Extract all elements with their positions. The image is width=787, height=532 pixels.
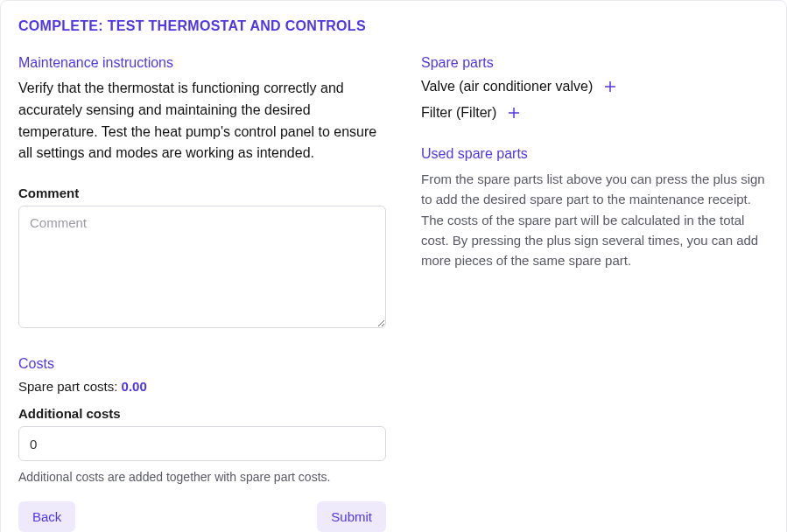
plus-icon [506, 105, 522, 121]
spare-part-item: Filter (Filter) [421, 104, 769, 122]
plus-icon [602, 79, 618, 94]
additional-costs-input[interactable] [18, 426, 386, 461]
add-spare-part-button[interactable] [601, 78, 619, 95]
maintenance-complete-card: COMPLETE: TEST THERMOSTAT AND CONTROLS M… [0, 0, 787, 532]
comment-input[interactable] [18, 206, 386, 328]
spare-part-costs-line: Spare part costs: 0.00 [18, 379, 386, 394]
spare-part-costs-value: 0.00 [122, 379, 147, 394]
spare-part-costs-label: Spare part costs: [18, 379, 122, 394]
spare-part-label: Valve (air conditioner valve) [421, 79, 593, 94]
right-column: Spare parts Valve (air conditioner valve… [421, 55, 769, 532]
instructions-body: Verify that the thermostat is functionin… [18, 78, 386, 164]
spare-part-item: Valve (air conditioner valve) [421, 78, 769, 95]
used-spare-parts-title: Used spare parts [421, 146, 769, 162]
additional-costs-help: Additional costs are added together with… [18, 470, 386, 484]
button-row: Back Submit [18, 501, 386, 532]
spare-parts-list: Valve (air conditioner valve) Filter (Fi… [421, 78, 769, 122]
add-spare-part-button[interactable] [505, 104, 523, 122]
additional-costs-label: Additional costs [18, 406, 386, 421]
used-spare-parts-description: From the spare parts list above you can … [421, 169, 769, 270]
comment-label: Comment [18, 186, 386, 200]
spare-parts-title: Spare parts [421, 55, 769, 71]
spare-part-label: Filter (Filter) [421, 105, 496, 121]
left-column: Maintenance instructions Verify that the… [18, 55, 386, 532]
back-button[interactable]: Back [18, 501, 75, 532]
costs-title: Costs [18, 356, 386, 372]
columns: Maintenance instructions Verify that the… [18, 55, 769, 532]
instructions-title: Maintenance instructions [18, 55, 386, 71]
submit-button[interactable]: Submit [317, 501, 386, 532]
page-title: COMPLETE: TEST THERMOSTAT AND CONTROLS [18, 18, 769, 34]
